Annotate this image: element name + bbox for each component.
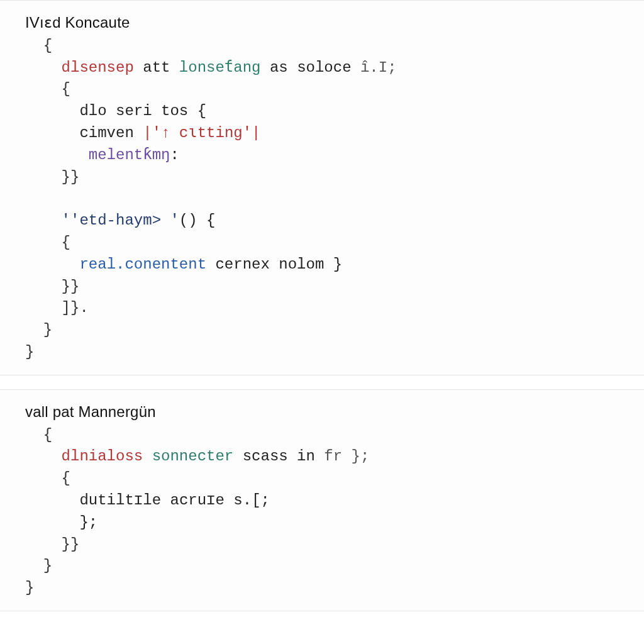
- code-panel-2: vall pat Mannergün { dlnialoss sonnecter…: [0, 389, 644, 611]
- code-line: dlnialoss sonnecter scass in fr };: [25, 448, 369, 465]
- code-line: dlo seri tos {: [25, 103, 206, 119]
- code-line: dutiltɪle acruɪe s.[;: [25, 492, 270, 509]
- code-line: {: [25, 234, 70, 251]
- code-line: }: [25, 343, 34, 360]
- panel-title-1: IVıɛd Koncaute: [25, 14, 130, 31]
- code-line: }: [25, 321, 52, 338]
- code-line: cimven |'↑ cɩtting'|: [25, 125, 261, 142]
- code-block-1: IVıɛd Koncaute { dlsensep att lonseƭang …: [0, 12, 644, 364]
- code-line: melentƙmŋ:: [25, 147, 179, 164]
- code-line: dlsensep att lonseƭang as soloce î.I;: [25, 59, 397, 76]
- code-line: {: [25, 80, 70, 97]
- code-line: }}: [25, 536, 79, 553]
- code-line: }}: [25, 278, 79, 295]
- panel-title-2: vall pat Mannergün: [25, 403, 156, 420]
- code-line: {: [25, 426, 52, 443]
- code-line: }: [25, 557, 52, 574]
- code-line: }}: [25, 169, 79, 186]
- code-line: ]}.: [25, 299, 89, 316]
- code-line: {: [25, 37, 52, 54]
- code-line: };: [25, 514, 97, 531]
- code-line: real.conentent cernex nolom }: [25, 256, 342, 273]
- code-line: {: [25, 470, 70, 487]
- code-block-2: vall pat Mannergün { dlnialoss sonnecter…: [0, 401, 644, 599]
- code-line: }: [25, 579, 34, 596]
- code-line: ''etd-haym> '() {: [25, 212, 215, 229]
- code-panel-1: IVıɛd Koncaute { dlsensep att lonseƭang …: [0, 0, 644, 375]
